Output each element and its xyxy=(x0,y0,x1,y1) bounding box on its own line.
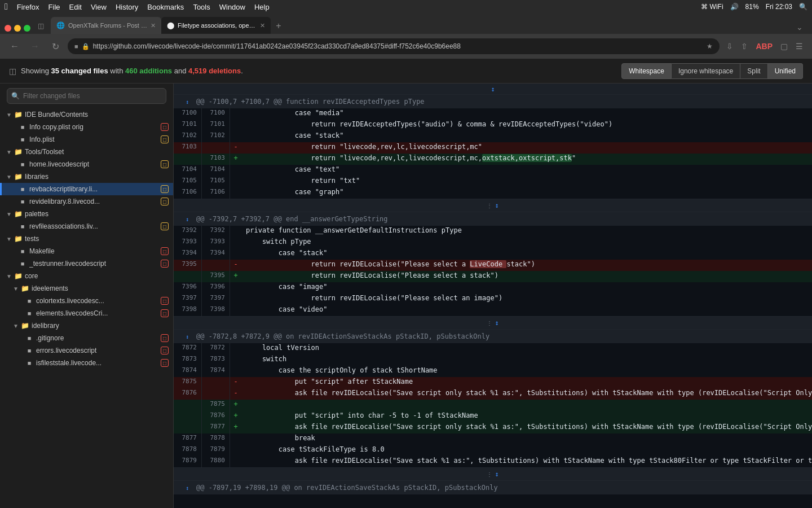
reload-btn[interactable]: ↻ xyxy=(47,38,63,54)
expand-between-hunks-3[interactable]: ⋮ ↕ xyxy=(174,467,812,481)
tree-label: _testrunner.livecodescript xyxy=(29,260,161,268)
diff-line-7102-ctx: 7102 7102 case "stack" xyxy=(174,131,812,142)
line-num-old: 7398 xyxy=(174,305,202,316)
tree-item-tools-toolset[interactable]: ▼ 📁 Tools/Toolset xyxy=(0,146,173,158)
tree-item-revidelibrary[interactable]: ■ revidelibrary.8.livecod... □ xyxy=(0,195,173,208)
line-num-new: 7873 xyxy=(202,354,230,366)
expand-between-hunks-1[interactable]: ⋮ ↕ xyxy=(174,199,812,212)
tree-label: .gitignore xyxy=(36,334,161,342)
line-num-old: 7874 xyxy=(174,366,202,377)
line-num-new xyxy=(202,388,230,400)
diff-header: ◫ Showing 35 changed files with 460 addi… xyxy=(0,59,812,84)
line-sign xyxy=(230,305,241,316)
tab2-close[interactable]: ✕ xyxy=(260,22,265,29)
adblock-icon[interactable]: ABP xyxy=(753,40,775,53)
new-tab-btn[interactable]: + xyxy=(271,18,286,34)
line-num-old: 7102 xyxy=(174,131,202,142)
tree-item-ide-bundle[interactable]: ▼ 📁 IDE Bundle/Contents xyxy=(0,108,173,121)
tree-item-revfileassoc[interactable]: ■ revfileassociations.liv... □ xyxy=(0,220,173,233)
back-btn[interactable]: ← xyxy=(7,38,23,54)
tab-1[interactable]: 🌐 OpenXTalk Forums - Post a reply ✕ xyxy=(51,17,161,34)
menu-history[interactable]: History xyxy=(116,3,138,11)
sidebar-toggle-btn[interactable]: ◫ xyxy=(35,20,46,32)
line-num-old xyxy=(174,154,202,165)
line-sign xyxy=(230,445,241,456)
tree-item-info-copy[interactable]: ■ Info copy.plist orig □ xyxy=(0,121,173,133)
line-code: case tStackFileType is 8.0 xyxy=(241,445,812,456)
tree-item-idelibrary[interactable]: ▼ 📁 idelibrary xyxy=(0,319,173,332)
tree-item-isfileststale[interactable]: ■ isfileststale.livecode... □ xyxy=(0,357,173,369)
forward-btn[interactable]: → xyxy=(27,38,43,54)
menu-icon[interactable]: ☰ xyxy=(793,40,805,53)
expand-icon[interactable]: ↕ xyxy=(183,214,192,224)
menu-window[interactable]: Window xyxy=(219,3,245,11)
split-btn[interactable]: Split xyxy=(740,63,767,79)
expand-icon-4[interactable]: ↕ xyxy=(183,483,192,492)
menubar:  Firefox File Edit View History Bookmar… xyxy=(0,0,812,14)
search-input[interactable] xyxy=(7,88,166,104)
bookmark-star-icon[interactable]: ★ xyxy=(707,42,713,50)
line-num-new: 7101 xyxy=(202,120,230,131)
expand-icon-3[interactable]: ↕ xyxy=(183,332,192,341)
tree-item-colortexts[interactable]: ■ colortexts.livecodesc... □ xyxy=(0,295,173,307)
expand-icon[interactable]: ↕ xyxy=(183,97,192,106)
tree-item-core[interactable]: ▼ 📁 core xyxy=(0,270,173,282)
file-icon: ■ xyxy=(18,197,27,206)
apple-menu[interactable]:  xyxy=(5,2,8,12)
diff-line-7103-added: 7103 + return "livecode,rev,lc,livecodes… xyxy=(174,154,812,165)
extensions-icon[interactable]: ▢ xyxy=(778,40,790,53)
tree-item-testrunner[interactable]: ■ _testrunner.livecodescript □ xyxy=(0,257,173,270)
expand-between-hunks-2[interactable]: ⋮ ↕ xyxy=(174,316,812,330)
tab1-close[interactable]: ✕ xyxy=(151,22,156,29)
ignore-whitespace-btn[interactable]: Ignore whitespace xyxy=(672,63,740,79)
file-icon: ■ xyxy=(25,358,34,367)
tree-item-palettes[interactable]: ▼ 📁 palettes xyxy=(0,208,173,220)
address-bar[interactable]: ■ 🔒 https://github.com/livecode/livecode… xyxy=(68,38,720,54)
line-num-new: 7103 xyxy=(202,154,230,165)
expand-up-down-icon: ↕ xyxy=(491,85,495,93)
tab-2[interactable]: ⬤ Filetype associations, open & s... ✕ xyxy=(161,17,271,34)
download-icon[interactable]: ⇩ xyxy=(724,40,735,53)
tab2-label: Filetype associations, open & s... xyxy=(178,22,257,29)
menu-view[interactable]: View xyxy=(91,3,107,11)
modification-badge: □ xyxy=(161,185,169,193)
tree-item-tests[interactable]: ▼ 📁 tests xyxy=(0,233,173,245)
expand-lines-btn[interactable]: ↕ xyxy=(174,84,812,95)
expand-dots-icon-2: ⋮ xyxy=(487,320,492,326)
unified-btn[interactable]: Unified xyxy=(768,63,803,79)
line-num-new xyxy=(202,377,230,388)
tree-label: IDE Bundle/Contents xyxy=(25,111,169,119)
line-code: return revIDELocalise("Please select a s… xyxy=(241,271,812,282)
tree-item-gitignore[interactable]: ■ .gitignore □ xyxy=(0,332,173,344)
tree-item-makefile[interactable]: ■ Makefile □ xyxy=(0,245,173,257)
menu-tools[interactable]: Tools xyxy=(193,3,210,11)
tree-label: ideelements xyxy=(32,284,169,292)
line-code: put "script" after tStackName xyxy=(241,377,812,388)
menu-file[interactable]: File xyxy=(48,3,60,11)
menu-edit[interactable]: Edit xyxy=(69,3,82,11)
tree-label: Info.plist xyxy=(29,135,161,143)
diff-line-7106-ctx: 7106 7106 case "graph" xyxy=(174,187,812,199)
whitespace-btn[interactable]: Whitespace xyxy=(621,63,672,79)
menu-bookmarks[interactable]: Bookmarks xyxy=(147,3,184,11)
tree-item-elements[interactable]: ■ elements.livecodesCri... □ xyxy=(0,307,173,319)
tree-item-errors[interactable]: ■ errors.livecodescript □ xyxy=(0,344,173,357)
spotlight-icon[interactable]: 🔍 xyxy=(799,3,807,11)
tree-item-libraries[interactable]: ▼ 📁 libraries xyxy=(0,170,173,183)
tree-label: colortexts.livecodesc... xyxy=(36,297,161,305)
line-num-old: 7395 xyxy=(174,260,202,271)
tree-item-revbackscript[interactable]: ■ revbackscriptlibrary.li... □ xyxy=(0,183,173,195)
share-icon[interactable]: ⇧ xyxy=(739,40,750,53)
line-num-new xyxy=(202,142,230,154)
menu-firefox[interactable]: Firefox xyxy=(17,3,39,11)
tab-list-btn[interactable]: ⌄ xyxy=(792,20,807,34)
tree-item-ideelements[interactable]: ▼ 📁 ideelements xyxy=(0,282,173,295)
menu-help[interactable]: Help xyxy=(254,3,270,11)
line-sign: + xyxy=(230,400,241,411)
close-window-btn[interactable] xyxy=(5,25,11,32)
line-num-new: 7877 xyxy=(202,422,230,433)
tree-item-home-lcs[interactable]: ■ home.livecodescript □ xyxy=(0,158,173,170)
maximize-window-btn[interactable] xyxy=(24,25,30,32)
tree-item-info-plist[interactable]: ■ Info.plist □ xyxy=(0,133,173,146)
minimize-window-btn[interactable] xyxy=(14,25,21,32)
